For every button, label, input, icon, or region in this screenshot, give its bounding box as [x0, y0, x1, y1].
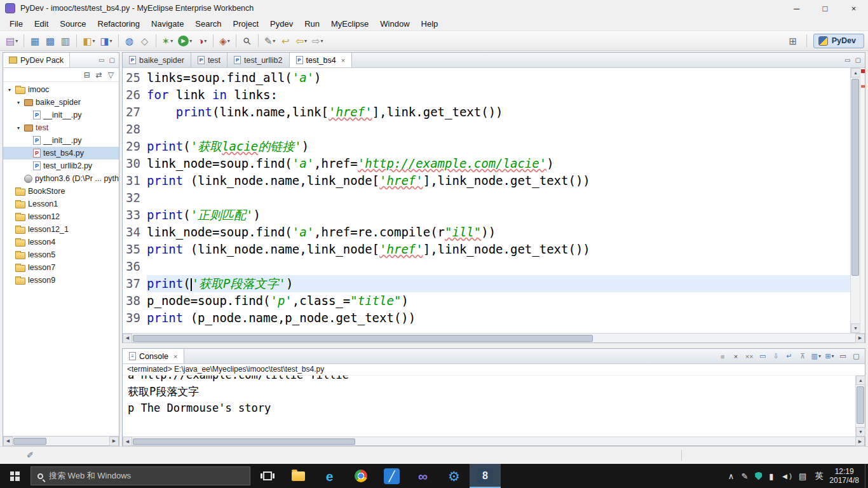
maximize-view-button[interactable]: ▢	[850, 350, 862, 362]
tree-item-lesson1[interactable]: Lesson1	[3, 198, 119, 210]
editor-minimize-icon[interactable]: ▭	[844, 57, 850, 64]
menu-edit[interactable]: Edit	[29, 18, 54, 30]
expand-arrow-icon[interactable]: ▾	[15, 100, 22, 105]
touch-keyboard-icon[interactable]: ▤	[799, 471, 806, 481]
myeclipse-running-app-button[interactable]: 8	[470, 464, 501, 488]
toolbar-annotations-button[interactable]: ✎▾	[262, 33, 278, 48]
toolbar-new-wizard-button[interactable]: ▤▾	[4, 33, 20, 48]
code-line-32[interactable]: 32	[123, 189, 850, 207]
display-selected-console-button[interactable]: ▥▾	[810, 350, 822, 362]
menu-refactoring[interactable]: Refactoring	[92, 18, 146, 30]
code-line-25[interactable]: 25links=soup.find_all('a')	[123, 69, 850, 86]
tree-item-lesson12-1[interactable]: lesson12_1	[3, 223, 119, 236]
minimize-view-button[interactable]: ▭	[837, 350, 849, 362]
tree-item-test-urllib2-py[interactable]: Ptest_urllib2.py	[3, 159, 119, 172]
tree-item-bookstore[interactable]: BookStore	[3, 185, 119, 198]
explorer-maximize-icon[interactable]: ▢	[109, 57, 115, 64]
menu-file[interactable]: File	[4, 18, 29, 30]
tree-item-python3-6-d-pr-pyth[interactable]: python3.6 (D:\Pr ... pyth	[3, 172, 119, 185]
tree-item-init-py[interactable]: P__init__.py	[3, 109, 119, 121]
code-line-28[interactable]: 28	[123, 121, 850, 138]
editor-tab-test-bs4[interactable]: Ptest_bs4×	[290, 53, 353, 67]
scrollbar-thumb[interactable]	[851, 79, 859, 276]
scroll-up-icon[interactable]: ▲	[856, 376, 865, 385]
open-perspective-button[interactable]: ⊞	[786, 33, 800, 48]
console-output[interactable]: a http://example.com/tillie Tillie获取P段落文…	[123, 376, 855, 437]
tree-item-test-bs4-py[interactable]: Ptest_bs4.py	[3, 147, 119, 159]
code-line-30[interactable]: 30link_node=soup.find('a',href='http://e…	[123, 155, 850, 172]
tree-item-test[interactable]: ▾test	[3, 121, 119, 134]
word-wrap-button[interactable]: ↵	[783, 350, 796, 362]
tree-item-lesson7[interactable]: lesson7	[3, 261, 119, 274]
close-button[interactable]: ×	[839, 0, 868, 17]
scroll-down-icon[interactable]: ▼	[856, 427, 865, 437]
taskbar-search[interactable]: 搜索 Web 和 Windows	[31, 466, 250, 485]
menu-help[interactable]: Help	[416, 18, 444, 30]
editor-tab-test[interactable]: Ptest	[191, 53, 227, 67]
expand-arrow-icon[interactable]: ▾	[6, 87, 13, 93]
collapse-all-icon[interactable]: ⊟	[84, 71, 90, 79]
scroll-lock-button[interactable]: ⇩	[770, 350, 782, 362]
view-menu-icon[interactable]: ▽	[108, 71, 114, 79]
toolbar-forward-button[interactable]: ⇨▾	[310, 33, 325, 48]
scrollbar-track[interactable]	[851, 78, 860, 323]
tree-item-lesson4[interactable]: lesson4	[3, 236, 119, 248]
maximize-button[interactable]: □	[811, 0, 839, 17]
error-marker-icon[interactable]	[861, 85, 865, 88]
scrollbar-thumb[interactable]	[857, 386, 864, 424]
code-line-37[interactable]: 37print('获取P段落文字')	[123, 275, 850, 292]
scrollbar-thumb[interactable]	[133, 438, 355, 445]
file-explorer-button[interactable]	[283, 464, 314, 488]
menu-project[interactable]: Project	[227, 18, 264, 30]
remove-all-launches-button[interactable]: ××	[743, 350, 756, 362]
close-tab-icon[interactable]: ×	[341, 57, 345, 64]
open-console-button[interactable]: ⊞▾	[824, 350, 836, 362]
security-shield-icon[interactable]	[755, 472, 762, 480]
toolbar-save-button[interactable]: ▦	[28, 33, 42, 48]
edge-browser-button[interactable]: e	[314, 464, 345, 488]
code-line-33[interactable]: 33print('正则匹配')	[123, 207, 850, 224]
menu-run[interactable]: Run	[299, 18, 325, 30]
scroll-up-icon[interactable]: ▲	[851, 68, 860, 78]
code-line-34[interactable]: 34link_node=soup.find('a',href=re.compil…	[123, 224, 850, 241]
chrome-browser-button[interactable]	[345, 464, 376, 488]
editor-hscrollbar[interactable]: ◀ ▶	[123, 333, 865, 342]
editor-tab-test-urllib2[interactable]: Ptest_urllib2	[227, 53, 289, 67]
pen-input-icon[interactable]: ✎	[741, 471, 748, 481]
code-line-36[interactable]: 36	[123, 258, 850, 275]
menu-myeclipse[interactable]: MyEclipse	[325, 18, 374, 30]
battery-icon[interactable]: ▮	[769, 471, 773, 481]
console-tab[interactable]: ≡ Console ×	[123, 349, 184, 363]
sash[interactable]	[122, 343, 865, 348]
editor-maximize-icon[interactable]: ▢	[855, 57, 861, 64]
code-line-39[interactable]: 39print (p_node.name,p_node.get_text())	[123, 309, 850, 327]
terminate-button[interactable]: ■	[717, 350, 729, 362]
menu-search[interactable]: Search	[189, 18, 227, 30]
settings-button[interactable]: ⚙	[438, 464, 470, 488]
task-view-button[interactable]	[252, 464, 283, 488]
menu-source[interactable]: Source	[54, 18, 92, 30]
scroll-right-icon[interactable]: ▶	[109, 437, 119, 446]
tree-item-lesson5[interactable]: lesson5	[3, 248, 119, 261]
console-vscrollbar[interactable]: ▲ ▼	[855, 376, 865, 437]
show-desktop-button[interactable]	[865, 464, 868, 488]
scroll-down-icon[interactable]: ▼	[851, 323, 860, 333]
tree-item-init-py[interactable]: P__init__.py	[3, 134, 119, 147]
error-overview-icon[interactable]	[861, 69, 865, 73]
explorer-hscrollbar[interactable]: ◀ ▶	[3, 436, 119, 445]
scrollbar-track[interactable]	[856, 385, 865, 427]
explorer-view-tab[interactable]: PyDev Pack	[3, 53, 70, 67]
toolbar-back-button[interactable]: ⇦▾	[294, 33, 309, 48]
code-line-35[interactable]: 35print (link_node.name,link_node['href'…	[123, 241, 850, 258]
toolbar-coverage-button[interactable]: ◑▾	[195, 33, 209, 48]
close-console-icon[interactable]: ×	[173, 353, 177, 360]
scroll-right-icon[interactable]: ▶	[855, 437, 865, 446]
scroll-left-icon[interactable]: ◀	[3, 437, 13, 446]
code-line-27[interactable]: 27 print(link.name,link['href'],link.get…	[123, 104, 850, 121]
toolbar-run-button[interactable]: ▶▾	[176, 33, 194, 48]
toolbar-new-pydev-module-button[interactable]: ◨▾	[98, 33, 114, 48]
explorer-minimize-icon[interactable]: ▭	[98, 57, 104, 64]
toolbar-open-element-button[interactable]: ◇	[138, 33, 152, 48]
clear-console-button[interactable]: ▭	[757, 350, 769, 362]
code-line-26[interactable]: 26for link in links:	[123, 86, 850, 104]
